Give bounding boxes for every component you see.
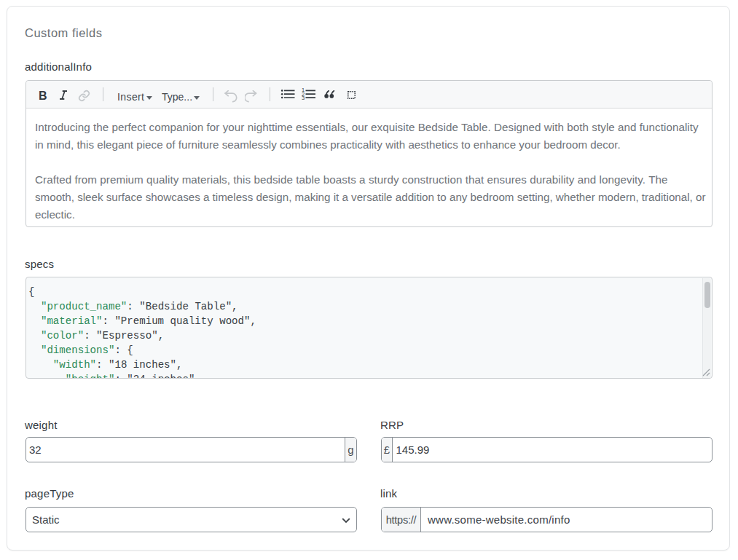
svg-text:3: 3 [302, 95, 305, 100]
